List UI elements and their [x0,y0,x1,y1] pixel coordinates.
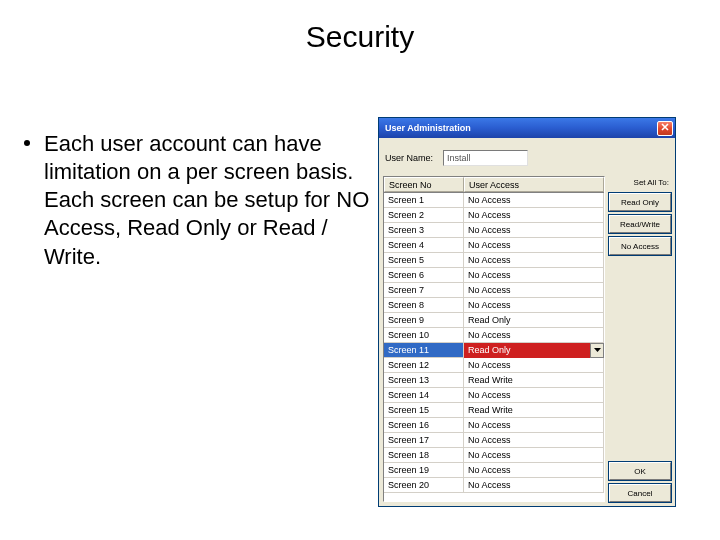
cell-user-access: Read Only [464,313,604,327]
read-only-button[interactable]: Read Only [609,193,671,211]
cell-screen-no: Screen 1 [384,193,464,207]
table-row[interactable]: Screen 17No Access [384,433,604,448]
col-header-screen-no[interactable]: Screen No [384,177,464,192]
user-name-label: User Name: [385,153,433,163]
cell-screen-no: Screen 9 [384,313,464,327]
access-grid: Screen No User Access Screen 1No AccessS… [383,176,605,502]
close-icon [661,123,669,133]
titlebar[interactable]: User Administration [379,118,675,138]
table-row[interactable]: Screen 4No Access [384,238,604,253]
right-column: Set All To: Read Only Read/Write No Acce… [609,142,671,502]
set-all-label: Set All To: [609,178,671,189]
cell-screen-no: Screen 11 [384,343,464,357]
cell-screen-no: Screen 6 [384,268,464,282]
user-name-input[interactable]: Install [443,150,528,166]
cell-user-access: No Access [464,268,604,282]
cell-screen-no: Screen 20 [384,478,464,492]
col-header-user-access[interactable]: User Access [464,177,604,192]
cell-user-access: No Access [464,223,604,237]
table-row[interactable]: Screen 15Read Write [384,403,604,418]
bullet-text: Each user account can have limitation on… [44,131,369,269]
table-row[interactable]: Screen 5No Access [384,253,604,268]
cell-user-access: No Access [464,193,604,207]
no-access-button[interactable]: No Access [609,237,671,255]
cell-user-access: No Access [464,358,604,372]
cell-screen-no: Screen 16 [384,418,464,432]
grid-header: Screen No User Access [384,177,604,193]
cell-screen-no: Screen 5 [384,253,464,267]
cell-screen-no: Screen 17 [384,433,464,447]
table-row[interactable]: Screen 18No Access [384,448,604,463]
cell-screen-no: Screen 4 [384,238,464,252]
cell-user-access: No Access [464,448,604,462]
table-row[interactable]: Screen 10No Access [384,328,604,343]
slide-bullet: Each user account can have limitation on… [44,130,374,271]
slide-title: Security [0,0,720,84]
cell-user-access: No Access [464,283,604,297]
ok-button[interactable]: OK [609,462,671,480]
table-row[interactable]: Screen 13Read Write [384,373,604,388]
table-row[interactable]: Screen 9Read Only [384,313,604,328]
cell-user-access: No Access [464,208,604,222]
cell-screen-no: Screen 14 [384,388,464,402]
cell-user-access: No Access [464,478,604,492]
cancel-button[interactable]: Cancel [609,484,671,502]
cell-user-access: No Access [464,433,604,447]
table-row[interactable]: Screen 11Read Only [384,343,604,358]
cell-screen-no: Screen 8 [384,298,464,312]
dropdown-value: Read Only [464,343,590,358]
cell-screen-no: Screen 18 [384,448,464,462]
cell-user-access: No Access [464,253,604,267]
cell-screen-no: Screen 13 [384,373,464,387]
bullet-marker [24,140,30,146]
table-row[interactable]: Screen 20No Access [384,478,604,493]
dropdown-button[interactable] [590,343,604,358]
cell-user-access: No Access [464,328,604,342]
table-row[interactable]: Screen 7No Access [384,283,604,298]
close-button[interactable] [657,121,673,136]
cell-screen-no: Screen 2 [384,208,464,222]
grid-rows: Screen 1No AccessScreen 2No AccessScreen… [384,193,604,501]
cell-user-access: No Access [464,418,604,432]
table-row[interactable]: Screen 2No Access [384,208,604,223]
cell-user-access: No Access [464,463,604,477]
cell-screen-no: Screen 15 [384,403,464,417]
user-name-row: User Name: Install [383,142,605,176]
cell-screen-no: Screen 3 [384,223,464,237]
window-title: User Administration [385,123,471,133]
user-admin-window: User Administration User Name: Install S… [378,117,676,507]
table-row[interactable]: Screen 14No Access [384,388,604,403]
cell-screen-no: Screen 12 [384,358,464,372]
cell-user-access: Read Write [464,403,604,417]
table-row[interactable]: Screen 12No Access [384,358,604,373]
cell-user-access: No Access [464,238,604,252]
window-body: User Name: Install Screen No User Access… [379,138,675,506]
cell-user-access-dropdown[interactable]: Read Only [464,343,604,357]
table-row[interactable]: Screen 8No Access [384,298,604,313]
table-row[interactable]: Screen 16No Access [384,418,604,433]
table-row[interactable]: Screen 19No Access [384,463,604,478]
chevron-down-icon [594,345,601,355]
table-row[interactable]: Screen 3No Access [384,223,604,238]
cell-user-access: No Access [464,298,604,312]
read-write-button[interactable]: Read/Write [609,215,671,233]
cell-user-access: No Access [464,388,604,402]
table-row[interactable]: Screen 6No Access [384,268,604,283]
cell-user-access: Read Write [464,373,604,387]
cell-screen-no: Screen 10 [384,328,464,342]
cell-screen-no: Screen 7 [384,283,464,297]
cell-screen-no: Screen 19 [384,463,464,477]
left-column: User Name: Install Screen No User Access… [383,142,605,502]
table-row[interactable]: Screen 1No Access [384,193,604,208]
